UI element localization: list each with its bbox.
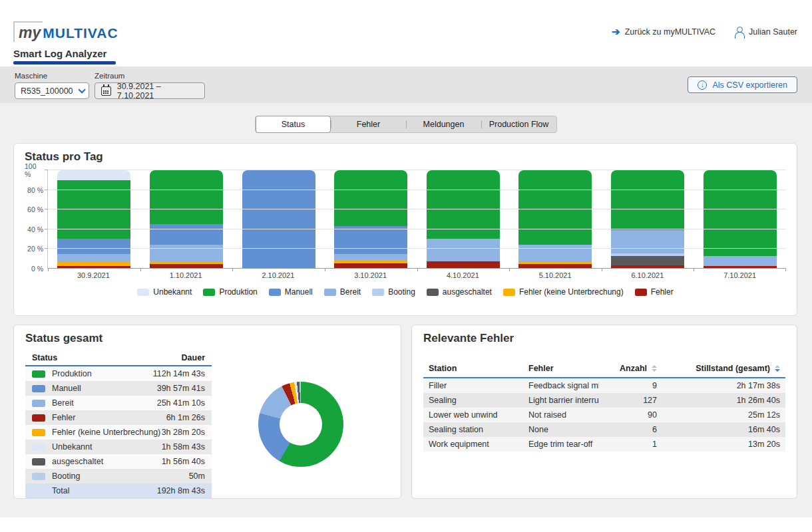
status-label: Produktion: [52, 369, 153, 378]
status-row-ausgeschaltet: ausgeschaltet1h 56m 40s: [25, 454, 212, 469]
machine-value: R535_100000: [21, 86, 73, 96]
calendar-icon: [101, 86, 111, 96]
stillstand-col-header[interactable]: Stillstand (gesamt): [662, 361, 785, 377]
legend-label: Fehler (keine Unterbrechung): [519, 287, 624, 297]
x-axis-tick: [325, 269, 325, 271]
status-label: Fehler: [52, 413, 166, 422]
status-swatch: [32, 414, 45, 422]
legend-swatch: [137, 289, 149, 296]
error-cell-station: Filler: [423, 381, 523, 390]
back-to-mymultivac-link[interactable]: ➔ Zurück zu myMULTIVAC: [612, 27, 715, 37]
status-per-day-card: Status pro Tag 0 %20 %40 %60 %80 %100 % …: [13, 143, 797, 316]
relevant-errors-table: Station Fehler Anzahl Stillstand (gesamt…: [423, 361, 785, 452]
stacked-bar-1-10-2021: [150, 170, 223, 268]
bar-group: [417, 170, 510, 268]
tab-production-flow[interactable]: Production Flow: [481, 116, 556, 132]
machine-label: Maschine: [15, 72, 89, 80]
status-label: Fehler (keine Unterbrechung): [52, 428, 162, 437]
error-cell-anzahl: 90: [599, 410, 662, 420]
bar-segment-bereit: [334, 254, 407, 260]
status-swatch: [32, 400, 45, 407]
tab-status[interactable]: Status: [256, 116, 331, 133]
bar-group: [694, 170, 786, 268]
y-tick-label: 20 %: [27, 245, 43, 253]
page-footer: [0, 517, 812, 532]
error-cell-fehler: Edge trim tear-off: [523, 440, 599, 449]
y-tick-label: 0 %: [31, 265, 43, 273]
export-csv-button[interactable]: ↓ Als CSV exportieren: [688, 76, 797, 93]
bar-segment-ausgeschaltet: [611, 256, 684, 265]
view-tabs: StatusFehlerMeldungenProduction Flow: [255, 116, 557, 133]
bar-segment-fehler: [704, 266, 777, 268]
error-cell-anzahl: 127: [599, 396, 662, 405]
total-duration: 192h 8m 43s: [157, 486, 205, 495]
status-label: ausgeschaltet: [52, 457, 162, 466]
legend-swatch: [372, 289, 384, 296]
error-row-sealing: SealingLight barrier interrupted1271h 26…: [423, 393, 785, 408]
download-icon: ↓: [698, 80, 707, 90]
tab-fehler[interactable]: Fehler: [331, 116, 406, 132]
legend-swatch: [635, 289, 647, 296]
status-duration: 25h 41m 10s: [157, 398, 205, 408]
machine-select[interactable]: R535_100000: [15, 82, 89, 99]
y-tick-label: 80 %: [27, 186, 43, 194]
error-cell-station: Lower web unwind: [423, 410, 523, 420]
legend-label: Fehler: [651, 287, 674, 297]
status-duration: 1h 58m 43s: [162, 442, 205, 452]
status-total-table: Status Dauer Produktion112h 14m 43sManue…: [25, 350, 212, 498]
status-duration: 6h 1m 26s: [166, 413, 205, 422]
stacked-bar-30-9-2021: [57, 170, 130, 268]
user-icon: [734, 27, 744, 37]
stacked-bar-6-10-2021: [611, 170, 684, 268]
error-cell-stillstand: 1h 26m 40s: [662, 396, 785, 405]
x-tick-label: 6.10.2021: [602, 271, 694, 279]
error-cell-fehler: Feedback signal missing: [523, 381, 599, 390]
app-header: my MULTIVAC Smart Log Analyzer ➔ Zurück …: [0, 0, 812, 66]
legend-swatch: [427, 289, 439, 296]
date-range-picker[interactable]: 30.9.2021 – 7.10.2021: [95, 82, 205, 99]
status-duration: 3h 28m 20s: [162, 428, 205, 437]
stacked-bar-4-10-2021: [427, 170, 500, 268]
bar-segment-manuell: [334, 226, 407, 255]
status-total-title: Status gesamt: [25, 332, 389, 345]
gridline: [48, 190, 786, 190]
tab-meldungen[interactable]: Meldungen: [406, 116, 481, 132]
gridline: [48, 248, 786, 249]
x-tick-label: 3.10.2021: [324, 271, 417, 279]
error-cell-anzahl: 9: [599, 381, 662, 390]
x-tick-label: 4.10.2021: [417, 271, 509, 279]
legend-label: Manuell: [285, 287, 313, 297]
status-row-produktion: Produktion112h 14m 43s: [25, 366, 212, 381]
status-swatch: [32, 429, 45, 436]
error-row-lower-web-unwind: Lower web unwindNot raised9025m 12s: [423, 408, 785, 422]
period-value: 30.9.2021 – 7.10.2021: [117, 82, 198, 100]
status-swatch: [32, 444, 45, 451]
anzahl-col-header[interactable]: Anzahl: [599, 361, 662, 377]
sort-icon-anzahl[interactable]: [652, 365, 657, 372]
status-duration: 1h 56m 40s: [162, 457, 205, 466]
status-col-header: Status: [32, 353, 57, 362]
legend-label: Unbekannt: [153, 287, 192, 297]
bar-segment-fehler: [518, 264, 592, 268]
status-label: Manuell: [52, 384, 157, 393]
status-label: Bereit: [52, 398, 157, 408]
stacked-bar-5-10-2021: [518, 170, 592, 268]
legend-label: ausgeschaltet: [443, 287, 492, 297]
x-tick-label: 7.10.2021: [694, 271, 786, 279]
legend-swatch: [269, 289, 281, 296]
sort-icon-stillstand[interactable]: [775, 365, 780, 372]
bar-segment-bereit: [704, 256, 777, 266]
chevron-down-icon: [78, 86, 85, 93]
arrow-right-icon: ➔: [612, 27, 620, 37]
bar-segment-produktion: [611, 170, 684, 230]
error-cell-fehler: Light barrier interrupted: [523, 396, 599, 405]
export-csv-label: Als CSV exportieren: [712, 80, 787, 90]
status-table-header: Status Dauer: [25, 350, 212, 366]
mymultivac-logo: my MULTIVAC: [13, 21, 118, 42]
user-menu[interactable]: Julian Sauter: [734, 27, 797, 37]
tab-smart-log-analyzer[interactable]: Smart Log Analyzer: [13, 48, 106, 65]
legend-item-booting: Booting: [372, 287, 415, 297]
legend-label: Produktion: [219, 287, 257, 297]
legend-item-fehler-keine-unterbrechung-: Fehler (keine Unterbrechung): [503, 287, 624, 297]
error-cell-anzahl: 1: [599, 440, 662, 449]
